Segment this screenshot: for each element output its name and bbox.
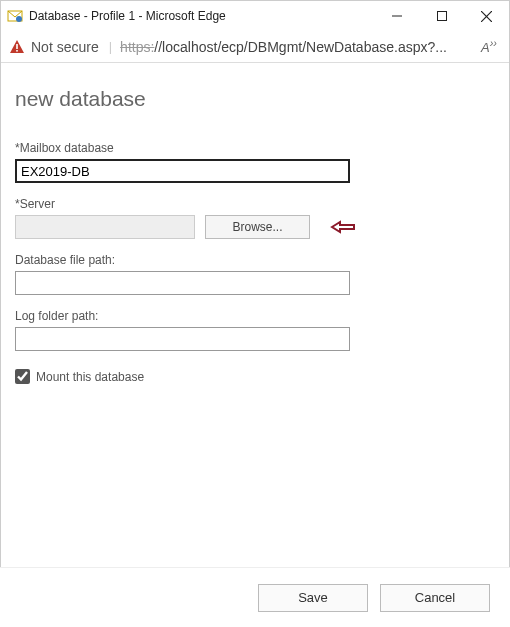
file-path-label: Database file path: bbox=[15, 253, 495, 267]
window-titlebar: Database - Profile 1 - Microsoft Edge bbox=[1, 1, 509, 31]
mount-checkbox-row: Mount this database bbox=[15, 369, 495, 384]
footer: Save Cancel bbox=[0, 567, 510, 627]
url-protocol: https: bbox=[120, 39, 154, 55]
arrow-annotation-icon bbox=[330, 220, 356, 234]
address-bar: Not secure | https://localhost/ecp/DBMgm… bbox=[1, 31, 509, 63]
page-content: new database *Mailbox database *Server B… bbox=[1, 63, 509, 568]
save-button[interactable]: Save bbox=[258, 584, 368, 612]
cancel-button[interactable]: Cancel bbox=[380, 584, 490, 612]
security-text: Not secure bbox=[31, 39, 99, 55]
mailbox-db-input[interactable] bbox=[15, 159, 350, 183]
svg-rect-3 bbox=[437, 12, 446, 21]
browse-button[interactable]: Browse... bbox=[205, 215, 310, 239]
security-warning-icon bbox=[9, 39, 25, 55]
window-title: Database - Profile 1 - Microsoft Edge bbox=[29, 9, 374, 23]
mount-checkbox[interactable] bbox=[15, 369, 30, 384]
server-input bbox=[15, 215, 195, 239]
url-path: //localhost/ecp/DBMgmt/NewDatabase.aspx?… bbox=[154, 39, 447, 55]
mailbox-db-field: *Mailbox database bbox=[15, 141, 495, 183]
page-heading: new database bbox=[15, 87, 495, 111]
svg-rect-6 bbox=[16, 44, 18, 49]
file-path-field: Database file path: bbox=[15, 253, 495, 295]
app-icon bbox=[7, 8, 23, 24]
log-path-label: Log folder path: bbox=[15, 309, 495, 323]
window-controls bbox=[374, 1, 509, 31]
url-display[interactable]: https://localhost/ecp/DBMgmt/NewDatabase… bbox=[120, 39, 475, 55]
url-divider: | bbox=[109, 39, 112, 54]
mailbox-db-label: *Mailbox database bbox=[15, 141, 495, 155]
file-path-input[interactable] bbox=[15, 271, 350, 295]
server-field: *Server Browse... bbox=[15, 197, 495, 239]
log-path-field: Log folder path: bbox=[15, 309, 495, 351]
mount-checkbox-label: Mount this database bbox=[36, 370, 144, 384]
maximize-button[interactable] bbox=[419, 1, 464, 31]
svg-point-1 bbox=[16, 16, 22, 22]
svg-rect-7 bbox=[16, 50, 18, 52]
minimize-button[interactable] bbox=[374, 1, 419, 31]
server-label: *Server bbox=[15, 197, 495, 211]
read-aloud-icon[interactable]: A›› bbox=[481, 37, 501, 55]
close-button[interactable] bbox=[464, 1, 509, 31]
log-path-input[interactable] bbox=[15, 327, 350, 351]
